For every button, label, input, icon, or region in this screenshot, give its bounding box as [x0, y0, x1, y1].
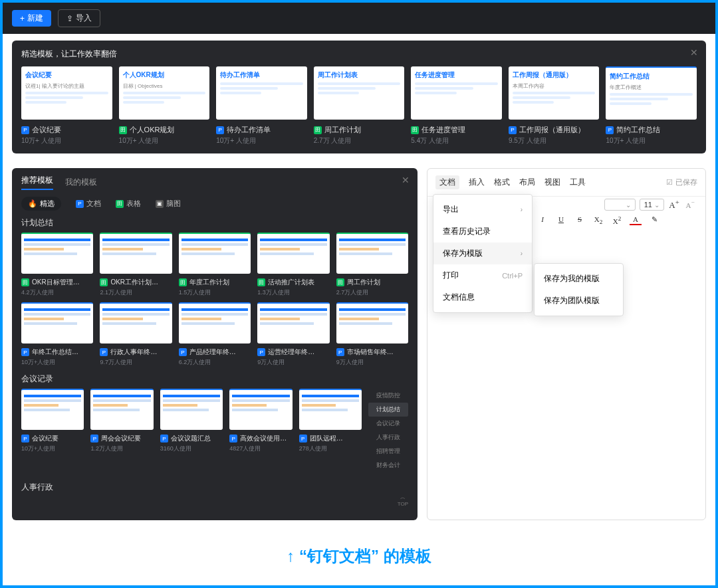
template-card[interactable]: 田 周工作计划 2.7万人使用: [336, 233, 408, 297]
strikethrough-icon[interactable]: S: [574, 215, 586, 225]
template-usage: 9万人使用: [257, 358, 329, 367]
category-item[interactable]: 招聘管理: [368, 444, 408, 458]
template-card[interactable]: P 市场销售年终… 9万人使用: [336, 302, 408, 367]
subtab-mind[interactable]: ▣ 脑图: [156, 199, 181, 209]
template-card[interactable]: 田 OKR目标管理… 4.2万人使用: [21, 233, 93, 297]
template-name: P 会议纪要: [21, 125, 112, 135]
format-toolbar: ⌄ 11 ⌄ A+ A− I U S X2 X2 A ✎: [600, 194, 700, 215]
category-item[interactable]: 疫情防控: [368, 389, 408, 403]
template-name: P 运营经理年终…: [257, 347, 329, 357]
tab-my-templates[interactable]: 我的模板: [65, 177, 97, 188]
template-card[interactable]: 个人OKR规划 目标 | Objectives 田 个人OKR规划 10万+ 人…: [119, 66, 210, 146]
sub-tabs: 🔥 精选 P 文档 田 表格 ▣ 脑图: [21, 197, 408, 211]
font-shrink-icon[interactable]: A−: [684, 199, 696, 209]
sheet-icon: 田: [119, 126, 127, 134]
doc-icon: P: [21, 126, 29, 134]
template-card[interactable]: P 团队远程… 278人使用: [299, 389, 362, 472]
template-card[interactable]: 待办工作清单 P 待办工作清单 10万+ 人使用: [216, 66, 307, 146]
menu-tools[interactable]: 工具: [570, 177, 586, 188]
template-card[interactable]: 任务进度管理 田 任务进度管理 5.4万 人使用: [411, 66, 502, 146]
font-size-select[interactable]: 11 ⌄: [640, 199, 664, 211]
template-card[interactable]: P 行政人事年终… 9.7万人使用: [100, 302, 172, 367]
subtab-mind-label: 脑图: [166, 199, 181, 209]
template-thumb: [21, 389, 84, 430]
underline-icon[interactable]: U: [555, 215, 567, 225]
category-item[interactable]: 财务会计: [368, 458, 408, 472]
subscript-icon[interactable]: X2: [592, 215, 604, 225]
saved-label: 已保存: [675, 177, 697, 187]
submenu-item[interactable]: 保存为团队模版: [535, 290, 623, 312]
template-card[interactable]: 田 OKR工作计划… 2.1万人使用: [100, 233, 172, 297]
subtab-doc[interactable]: P 文档: [76, 199, 101, 209]
menu-item[interactable]: 导出 ›: [433, 199, 532, 221]
template-name: P 周会会议纪要: [90, 434, 153, 443]
menu-view[interactable]: 视图: [544, 177, 560, 188]
template-thumb: [21, 233, 93, 274]
panel-close-icon[interactable]: ✕: [402, 175, 410, 185]
template-card[interactable]: P 运营经理年终… 9万人使用: [257, 302, 329, 367]
template-card[interactable]: 周工作计划表 田 周工作计划 2.7万 人使用: [314, 66, 405, 146]
mindmap-icon: ▣: [156, 200, 164, 208]
template-usage: 10万+ 人使用: [21, 136, 112, 146]
shortcut-label: Ctrl+P: [502, 272, 523, 280]
banner-close-icon[interactable]: ✕: [690, 47, 698, 58]
highlight-icon[interactable]: ✎: [648, 215, 660, 225]
template-card[interactable]: 田 年度工作计划 1.5万人使用: [179, 233, 251, 297]
font-color-icon[interactable]: A: [630, 215, 642, 225]
category-item[interactable]: 会议记录: [368, 417, 408, 431]
menu-insert[interactable]: 插入: [469, 177, 485, 188]
menu-item-label: 打印: [443, 270, 459, 281]
import-icon: ⇪: [66, 14, 73, 23]
chevron-right-icon: ›: [521, 250, 523, 257]
menu-layout[interactable]: 布局: [519, 177, 535, 188]
subtab-sheet[interactable]: 田 表格: [116, 199, 141, 209]
submenu-item[interactable]: 保存为我的模版: [535, 268, 623, 290]
doc-icon: P: [606, 126, 614, 134]
menu-item[interactable]: 查看历史记录: [433, 221, 532, 243]
doc-icon: P: [299, 435, 307, 442]
meetings-grid: P 会议纪要 10万+人使用 P 周会会议纪要 1.2万人使用 P 会议议题汇总: [21, 389, 362, 472]
template-card[interactable]: 会议纪要 议程1| 输入要讨论的主题 P 会议纪要 10万+ 人使用: [21, 66, 112, 146]
superscript-icon[interactable]: X2: [611, 215, 623, 225]
import-button[interactable]: ⇪ 导入: [58, 9, 100, 27]
section-title-hr: 人事行政: [21, 482, 408, 493]
category-item[interactable]: 人事行政: [368, 431, 408, 444]
menu-format[interactable]: 格式: [494, 177, 510, 188]
template-card[interactable]: P 产品经理年终… 6.2万人使用: [179, 302, 251, 367]
font-select[interactable]: ⌄: [604, 199, 635, 211]
template-card[interactable]: 简约工作总结 年度工作概述 P 简约工作总结 10万+ 人使用: [606, 66, 697, 146]
template-card[interactable]: P 年终工作总结… 10万+人使用: [21, 302, 93, 367]
template-name: P 团队远程…: [299, 434, 362, 443]
back-to-top-button[interactable]: ︿ TOP: [398, 494, 408, 507]
template-thumb: 待办工作清单: [216, 66, 307, 120]
font-grow-icon[interactable]: A+: [668, 198, 680, 211]
new-button[interactable]: + 新建: [12, 10, 51, 27]
template-card[interactable]: 田 活动推广计划表 1.3万人使用: [257, 233, 329, 297]
menu-item[interactable]: 文档信息: [433, 286, 532, 308]
chevron-down-icon: ⌄: [654, 201, 659, 209]
template-name: 田 活动推广计划表: [257, 278, 329, 287]
check-icon: ☑: [666, 178, 673, 187]
template-thumb: [336, 302, 408, 343]
import-button-label: 导入: [76, 13, 92, 24]
category-item[interactable]: 计划总结: [368, 403, 408, 417]
template-thumb: 周工作计划表: [314, 66, 405, 120]
menu-document[interactable]: 文档: [435, 175, 459, 189]
template-name: P 工作周报（通用版）: [509, 125, 600, 135]
top-label: TOP: [398, 501, 408, 507]
menu-item[interactable]: 保存为模版 ›: [433, 243, 532, 264]
template-card[interactable]: P 会议议题汇总 3160人使用: [160, 389, 223, 472]
template-card[interactable]: P 周会会议纪要 1.2万人使用: [90, 389, 153, 472]
subtab-featured-label: 精选: [40, 199, 55, 209]
subtab-featured[interactable]: 🔥 精选: [21, 197, 61, 211]
tab-recommended[interactable]: 推荐模板: [21, 175, 53, 190]
doc-icon: P: [257, 348, 265, 356]
template-thumb: 工作周报（通用版） 本周工作内容: [509, 66, 600, 120]
template-card[interactable]: P 会议纪要 10万+人使用: [21, 389, 84, 472]
template-thumb: [257, 302, 329, 343]
template-card[interactable]: 工作周报（通用版） 本周工作内容 P 工作周报（通用版） 9.5万 人使用: [509, 66, 600, 146]
template-card[interactable]: P 高效会议使用… 4827人使用: [229, 389, 292, 472]
italic-icon[interactable]: I: [537, 215, 548, 225]
menu-item[interactable]: 打印 Ctrl+P: [433, 264, 532, 286]
doc-icon: P: [21, 348, 29, 356]
